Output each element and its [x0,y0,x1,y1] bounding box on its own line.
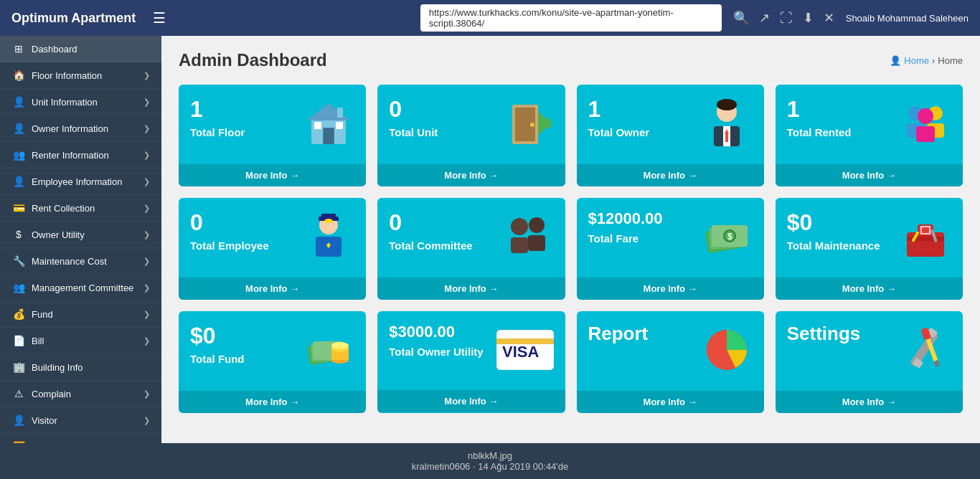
sidebar-item-branch[interactable]: 🔀 Branch [0,434,161,443]
close-icon[interactable]: ✕ [824,10,834,26]
card-total-owner-utility[interactable]: $3000.00 Total Owner Utility VISA More I… [377,311,565,413]
chevron-right-icon: ❯ [143,416,150,425]
card-value: $0 [787,211,880,234]
layout: ⊞ Dashboard 🏠 Floor Information ❯ 👤 Unit… [0,36,980,443]
card-more-info[interactable]: More Info → [179,278,366,300]
card-label: Total Fund [190,353,245,365]
footer: nblkkM.jpg kralmetin0606 · 14 Ağu 2019 0… [0,443,980,479]
card-more-info[interactable]: More Info → [577,278,764,300]
card-value: $3000.00 [389,324,483,340]
businessman-icon [701,98,753,156]
sidebar-item-rent[interactable]: 💳 Rent Collection ❯ [0,195,161,222]
card-label: Total Fare [588,232,663,245]
chevron-right-icon: ❯ [143,230,150,240]
money-icon: $ [701,211,753,269]
coins-icon [303,324,354,382]
breadcrumb-current: Home [938,55,963,66]
bill-icon: 📄 [11,335,26,346]
building-icon [303,98,354,156]
committee-icon [502,211,554,269]
sidebar-item-building[interactable]: 🏢 Building Info [0,354,161,381]
sidebar-item-unit[interactable]: 👤 Unit Information ❯ [0,89,161,115]
sidebar-item-bill[interactable]: 📄 Bill ❯ [0,328,161,354]
sidebar-item-dashboard[interactable]: ⊞ Dashboard [0,36,161,62]
svg-rect-39 [907,232,944,257]
chevron-right-icon: ❯ [143,124,150,133]
sidebar-item-visitor[interactable]: 👤 Visitor ❯ [0,407,161,434]
sidebar-item-fund[interactable]: 💰 Fund ❯ [0,301,161,328]
card-value: $0 [190,324,245,347]
card-value: 1 [190,98,245,120]
svg-rect-31 [511,237,528,253]
svg-rect-3 [314,122,321,129]
sidebar-item-maintenance[interactable]: 🔧 Maintenance Cost ❯ [0,248,161,275]
card-more-info[interactable]: More Info → [377,164,565,186]
card-total-owner[interactable]: 1 Total Owner [577,85,764,186]
sidebar-label: Renter Information [32,150,138,161]
sidebar-item-employee[interactable]: 👤 Employee Information ❯ [0,169,161,195]
sidebar-item-complain[interactable]: ⚠ Complain ❯ [0,381,161,407]
sidebar-item-utility[interactable]: $ Owner Utility ❯ [0,222,161,248]
sidebar-item-committee[interactable]: 👥 Management Committee ❯ [0,275,161,301]
card-more-info[interactable]: More Info → [179,164,366,186]
card-total-floor[interactable]: 1 Total Floor [179,85,366,186]
card-total-fund[interactable]: $0 Total Fund [179,311,366,413]
card-total-unit[interactable]: 0 Total Unit [377,85,565,186]
sidebar-label: Bill [32,336,138,346]
card-label: Total Maintenance [787,240,880,252]
card-report[interactable]: Report [577,311,764,413]
card-total-employee[interactable]: 0 Total Employee [179,198,366,300]
sidebar: ⊞ Dashboard 🏠 Floor Information ❯ 👤 Unit… [0,36,161,443]
chevron-right-icon: ❯ [143,336,150,346]
chevron-right-icon: ❯ [143,283,150,293]
svg-rect-33 [528,235,545,251]
card-total-maintenance[interactable]: $0 Total Maintenance [776,198,963,300]
card-more-info[interactable]: More Info → [179,391,366,413]
rent-icon: 💳 [11,202,26,214]
card-settings[interactable]: Settings [776,311,963,413]
hamburger-button[interactable]: ☰ [153,9,166,27]
card-value: Report [588,324,649,343]
card-more-info[interactable]: More Info → [776,391,963,413]
owner-icon: 👤 [11,123,26,134]
fullscreen-icon[interactable]: ⛶ [780,11,793,26]
sidebar-item-owner[interactable]: 👤 Owner Information ❯ [0,115,161,142]
search-icon[interactable]: 🔍 [733,10,749,26]
user-name: Shoaib Mohammad Saleheen [846,13,969,24]
unit-icon: 👤 [11,96,26,108]
svg-rect-4 [336,122,343,129]
visitor-icon: 👤 [11,414,26,426]
door-icon [502,98,554,156]
svg-point-9 [530,123,534,127]
share-icon[interactable]: ↗ [759,10,770,26]
sidebar-item-floor[interactable]: 🏠 Floor Information ❯ [0,62,161,89]
chevron-right-icon: ❯ [143,310,150,319]
card-value: 0 [389,211,472,234]
sidebar-label: Owner Utility [32,229,138,240]
card-more-info[interactable]: More Info → [577,391,764,413]
card-total-rented[interactable]: 1 Total Rented [776,85,963,186]
card-more-info[interactable]: More Info → [377,278,565,300]
card-total-committee[interactable]: 0 Total Committee [377,198,565,300]
svg-rect-11 [538,119,551,128]
sidebar-item-renter[interactable]: 👥 Renter Information ❯ [0,142,161,169]
officer-icon [303,211,354,269]
card-label: Total Unit [389,126,438,138]
card-total-fare[interactable]: $12000.00 Total Fare $ [577,198,764,300]
utility-icon: $ [11,229,26,240]
svg-rect-26 [321,214,336,218]
download-icon[interactable]: ⬇ [803,10,814,26]
floor-icon: 🏠 [11,70,26,81]
breadcrumb-home[interactable]: Home [904,55,929,66]
chevron-right-icon: ❯ [143,151,150,160]
sidebar-label: Building Info [32,362,150,373]
card-more-info[interactable]: More Info → [377,390,565,412]
card-more-info[interactable]: More Info → [776,164,963,186]
svg-point-30 [511,218,528,235]
wrench-icon [900,324,951,382]
svg-point-27 [324,219,333,223]
url-bar[interactable]: https://www.turkhacks.com/konu/site-ve-a… [420,4,722,32]
card-more-info[interactable]: More Info → [776,278,963,300]
sidebar-label: Unit Information [32,97,138,108]
card-more-info[interactable]: More Info → [577,164,764,186]
